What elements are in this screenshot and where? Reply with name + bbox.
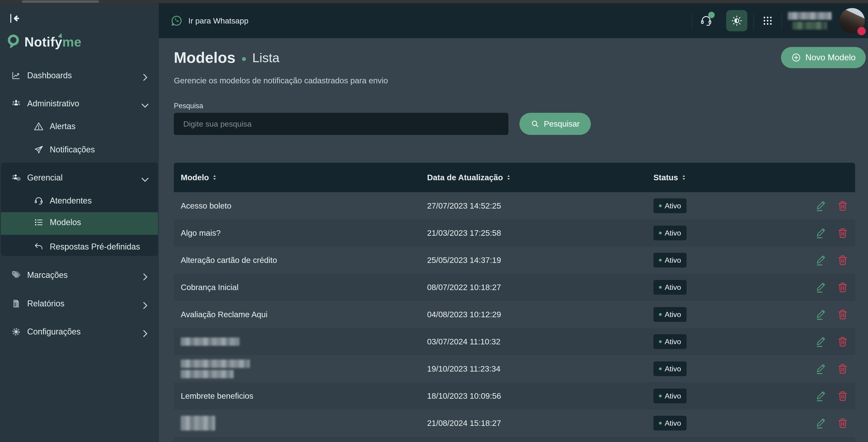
table-row: Avaliação Reclame Aqui04/08/2023 10:12:2… — [174, 301, 855, 328]
column-header-status[interactable]: Status — [653, 163, 686, 192]
sidebar-item-dashboards[interactable]: Dashboards — [0, 67, 159, 84]
list-icon — [34, 217, 44, 227]
status-badge: Ativo — [653, 253, 687, 267]
model-name-cell — [181, 328, 240, 355]
collapse-sidebar-icon[interactable] — [8, 12, 20, 24]
model-name-cell: Algo mais? — [181, 219, 221, 247]
updated-at-cell: 25/05/2023 14:37:19 — [427, 247, 501, 274]
whatsapp-icon — [170, 14, 183, 27]
edit-button[interactable] — [815, 336, 827, 348]
status-dot-icon — [659, 422, 662, 424]
brand-pin-icon — [6, 33, 21, 51]
sidebar-item-label: Gerencial — [27, 173, 63, 183]
trash-icon — [837, 227, 849, 239]
sidebar-item-respostas-pre-definidas[interactable]: Respostas Pré-definidas — [0, 239, 159, 255]
edit-button[interactable] — [815, 417, 827, 429]
topbar-tools — [692, 8, 868, 33]
table-row: Acesso boleto27/07/2023 14:52:25Ativo — [174, 192, 855, 219]
divider — [781, 12, 782, 29]
redacted-text — [181, 359, 250, 368]
title-separator-dot — [242, 57, 246, 61]
pencil-icon — [815, 309, 827, 320]
delete-button[interactable] — [837, 254, 849, 266]
gear-icon — [11, 327, 21, 337]
trash-icon — [837, 254, 849, 266]
table-row: Algo mais?21/03/2023 17:25:58Ativo — [174, 219, 855, 247]
brand-name: Notifyme — [24, 34, 82, 50]
document-icon — [11, 298, 21, 309]
redacted-text — [788, 12, 832, 20]
trash-icon — [837, 281, 849, 293]
avatar-status-badge — [858, 27, 866, 35]
table-header: Modelo Data de Atualização Status — [174, 163, 855, 192]
row-actions — [815, 328, 849, 355]
delete-button[interactable] — [837, 309, 849, 320]
chevron-down-icon — [140, 175, 147, 181]
column-header-data-atualizacao[interactable]: Data de Atualização — [427, 163, 511, 192]
sidebar-item-notificacoes[interactable]: Notificações — [0, 141, 159, 158]
search-button[interactable]: Pesquisar — [520, 113, 591, 135]
new-model-button[interactable]: Novo Modelo — [781, 47, 866, 68]
column-header-modelo[interactable]: Modelo — [181, 163, 217, 192]
sidebar-item-label: Atendentes — [50, 196, 92, 206]
sidebar-item-label: Administrativo — [27, 99, 79, 108]
delete-button[interactable] — [837, 417, 849, 429]
sidebar-item-atendentes[interactable]: Atendentes — [0, 192, 159, 209]
table-row: Lembrete beneficios18/10/2023 10:09:56At… — [174, 382, 855, 410]
apps-grid-button[interactable] — [762, 15, 773, 26]
delete-button[interactable] — [837, 336, 849, 348]
delete-button[interactable] — [837, 390, 849, 402]
sidebar-item-marcacoes[interactable]: Marcações — [0, 267, 159, 283]
row-actions — [815, 247, 849, 274]
delete-button[interactable] — [837, 227, 849, 239]
redacted-text — [181, 370, 234, 378]
delete-button[interactable] — [837, 363, 849, 375]
horizontal-scrollbar[interactable] — [0, 0, 868, 3]
edit-button[interactable] — [815, 254, 827, 266]
support-button[interactable] — [700, 14, 713, 27]
edit-button[interactable] — [815, 363, 827, 375]
edit-button[interactable] — [815, 390, 827, 402]
row-actions — [815, 219, 849, 247]
edit-button[interactable] — [815, 281, 827, 293]
pencil-icon — [815, 281, 827, 293]
sidebar-item-label: Dashboards — [27, 71, 72, 80]
delete-button[interactable] — [837, 281, 849, 293]
row-actions — [815, 301, 849, 328]
sidebar-item-gerencial[interactable]: Gerencial — [0, 169, 159, 186]
edit-button[interactable] — [815, 200, 827, 212]
model-name-cell — [181, 410, 215, 437]
status-badge: Ativo — [653, 307, 687, 322]
theme-toggle-button[interactable] — [726, 10, 747, 31]
search-input[interactable] — [174, 113, 508, 135]
topbar: Ir para Whatsapp — [159, 3, 868, 38]
chevron-right-icon — [140, 72, 147, 79]
sidebar-item-configuracoes[interactable]: Configurações — [0, 323, 159, 340]
sidebar-item-relatorios[interactable]: Relatórios — [0, 295, 159, 312]
table-row: Cobrança Inicial08/07/2022 10:18:27Ativo — [174, 274, 855, 301]
status-dot-icon — [659, 259, 662, 261]
brand-logo[interactable]: Notifyme — [6, 33, 82, 51]
sidebar-item-label: Relatórios — [27, 299, 64, 309]
reply-arrow-icon — [34, 242, 44, 252]
edit-button[interactable] — [815, 227, 827, 239]
sidebar-item-label: Configurações — [27, 327, 81, 337]
status-dot-icon — [659, 394, 662, 397]
sidebar-item-modelos[interactable]: Modelos — [0, 214, 159, 231]
delete-button[interactable] — [837, 200, 849, 212]
divider — [692, 12, 692, 29]
status-dot-icon — [659, 368, 662, 370]
trash-icon — [837, 363, 849, 375]
scrollbar-thumb[interactable] — [22, 0, 99, 3]
user-avatar[interactable] — [839, 8, 865, 33]
sidebar-item-alertas[interactable]: Alertas — [0, 118, 159, 135]
sidebar-item-administrativo[interactable]: Administrativo — [0, 95, 159, 112]
row-actions — [815, 410, 849, 437]
table-row: 19/10/2023 11:23:34Ativo — [174, 355, 855, 382]
redacted-text — [793, 22, 827, 29]
whatsapp-link[interactable]: Ir para Whatsapp — [170, 14, 248, 27]
status-dot-icon — [659, 231, 662, 234]
status-badge: Ativo — [653, 416, 687, 431]
edit-button[interactable] — [815, 309, 827, 320]
model-name-cell: Avaliação Reclame Aqui — [181, 301, 268, 328]
